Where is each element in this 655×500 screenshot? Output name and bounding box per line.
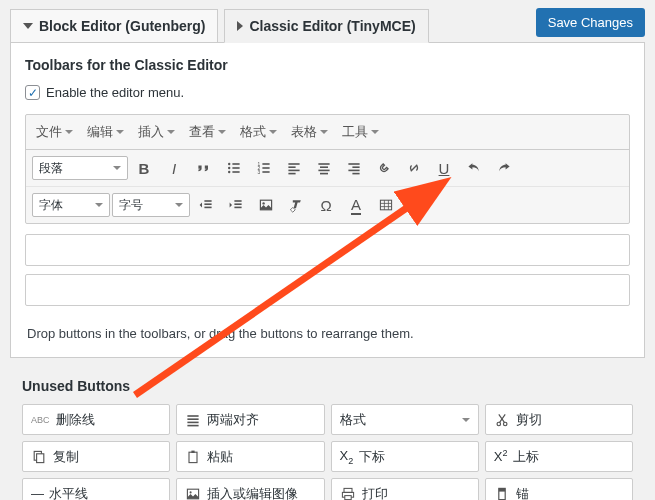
caret-right-icon xyxy=(237,21,243,31)
svg-rect-20 xyxy=(348,163,359,165)
svg-point-31 xyxy=(262,202,264,204)
table-icon[interactable] xyxy=(372,193,400,217)
svg-rect-3 xyxy=(232,167,239,169)
unused-superscript[interactable]: X2上标 xyxy=(485,441,633,472)
menu-edit[interactable]: 编辑 xyxy=(81,119,130,145)
section-title: Toolbars for the Classic Editor xyxy=(25,57,630,73)
italic-icon[interactable]: I xyxy=(160,156,188,180)
tab-classic-editor[interactable]: Classic Editor (TinyMCE) xyxy=(224,9,428,43)
tab-label: Classic Editor (TinyMCE) xyxy=(249,18,415,34)
svg-rect-41 xyxy=(188,421,199,423)
svg-rect-39 xyxy=(188,415,199,417)
svg-rect-16 xyxy=(318,163,329,165)
blockquote-icon[interactable] xyxy=(190,156,218,180)
svg-rect-17 xyxy=(320,166,328,168)
svg-rect-14 xyxy=(288,170,299,172)
svg-point-0 xyxy=(228,163,230,165)
svg-rect-15 xyxy=(288,173,295,175)
svg-rect-28 xyxy=(234,203,241,205)
unused-buttons-title: Unused Buttons xyxy=(0,368,655,400)
svg-rect-5 xyxy=(232,171,239,173)
svg-rect-46 xyxy=(37,453,44,462)
image-icon[interactable] xyxy=(252,193,280,217)
align-center-icon[interactable] xyxy=(310,156,338,180)
unused-justify[interactable]: 两端对齐 xyxy=(176,404,324,435)
text-color-icon[interactable]: A xyxy=(342,193,370,217)
svg-rect-13 xyxy=(288,166,295,168)
font-family-dropdown[interactable]: 字体 xyxy=(32,193,110,217)
unused-cut[interactable]: 剪切 xyxy=(485,404,633,435)
unused-subscript[interactable]: X2下标 xyxy=(331,441,479,472)
svg-point-50 xyxy=(190,491,192,493)
menu-format[interactable]: 格式 xyxy=(234,119,283,145)
menu-tools[interactable]: 工具 xyxy=(336,119,385,145)
svg-rect-55 xyxy=(499,488,505,491)
indent-icon[interactable] xyxy=(222,193,250,217)
unused-paste[interactable]: 粘贴 xyxy=(176,441,324,472)
svg-rect-29 xyxy=(234,207,241,209)
svg-rect-32 xyxy=(380,200,391,210)
link-icon[interactable] xyxy=(370,156,398,180)
unused-format-select[interactable]: 格式 xyxy=(331,404,479,435)
svg-rect-40 xyxy=(188,418,199,420)
number-list-icon[interactable]: 123 xyxy=(250,156,278,180)
undo-icon[interactable] xyxy=(460,156,488,180)
redo-icon[interactable] xyxy=(490,156,518,180)
special-char-icon[interactable]: Ω xyxy=(312,193,340,217)
enable-menu-checkbox[interactable]: ✓ xyxy=(25,85,40,100)
svg-rect-27 xyxy=(234,200,241,202)
menu-file[interactable]: 文件 xyxy=(30,119,79,145)
svg-rect-25 xyxy=(204,203,211,205)
unused-print[interactable]: 打印 xyxy=(331,478,479,500)
svg-rect-23 xyxy=(352,173,359,175)
hint-text: Drop buttons in the toolbars, or drag th… xyxy=(25,314,630,353)
svg-text:?: ? xyxy=(414,201,419,210)
align-left-icon[interactable] xyxy=(280,156,308,180)
unlink-icon[interactable] xyxy=(400,156,428,180)
svg-rect-24 xyxy=(204,200,211,202)
help-icon[interactable]: ? xyxy=(402,193,430,217)
svg-rect-53 xyxy=(344,495,350,499)
toolbar-dropzone-2[interactable] xyxy=(25,274,630,306)
underline-icon[interactable]: U xyxy=(430,156,458,180)
toolbar-dropzone-1[interactable] xyxy=(25,234,630,266)
svg-point-2 xyxy=(228,167,230,169)
tab-label: Block Editor (Gutenberg) xyxy=(39,18,205,34)
svg-rect-7 xyxy=(262,163,269,165)
svg-rect-19 xyxy=(320,173,328,175)
svg-point-43 xyxy=(497,422,501,426)
align-right-icon[interactable] xyxy=(340,156,368,180)
svg-rect-21 xyxy=(352,166,359,168)
clear-format-icon[interactable] xyxy=(282,193,310,217)
bullet-list-icon[interactable] xyxy=(220,156,248,180)
unused-copy[interactable]: 复制 xyxy=(22,441,170,472)
svg-rect-9 xyxy=(262,167,269,169)
unused-image[interactable]: 插入或编辑图像 xyxy=(176,478,324,500)
menu-view[interactable]: 查看 xyxy=(183,119,232,145)
svg-rect-1 xyxy=(232,163,239,165)
svg-rect-48 xyxy=(192,450,195,452)
menu-insert[interactable]: 插入 xyxy=(132,119,181,145)
outdent-icon[interactable] xyxy=(192,193,220,217)
unused-anchor[interactable]: 锚 xyxy=(485,478,633,500)
svg-rect-22 xyxy=(348,170,359,172)
checkbox-label: Enable the editor menu. xyxy=(46,85,184,100)
svg-rect-47 xyxy=(189,452,197,462)
svg-point-4 xyxy=(228,171,230,173)
font-size-dropdown[interactable]: 字号 xyxy=(112,193,190,217)
tab-block-editor[interactable]: Block Editor (Gutenberg) xyxy=(10,9,218,43)
unused-strikethrough[interactable]: ABC删除线 xyxy=(22,404,170,435)
caret-down-icon xyxy=(23,23,33,29)
svg-point-44 xyxy=(503,422,507,426)
unused-hr[interactable]: —水平线 xyxy=(22,478,170,500)
svg-text:3: 3 xyxy=(258,170,261,175)
svg-rect-18 xyxy=(318,170,329,172)
bold-icon[interactable]: B xyxy=(130,156,158,180)
menu-table[interactable]: 表格 xyxy=(285,119,334,145)
svg-rect-26 xyxy=(204,207,211,209)
svg-rect-42 xyxy=(188,424,199,426)
save-button[interactable]: Save Changes xyxy=(536,8,645,37)
svg-rect-11 xyxy=(262,171,269,173)
paragraph-dropdown[interactable]: 段落 xyxy=(32,156,128,180)
svg-rect-12 xyxy=(288,163,299,165)
